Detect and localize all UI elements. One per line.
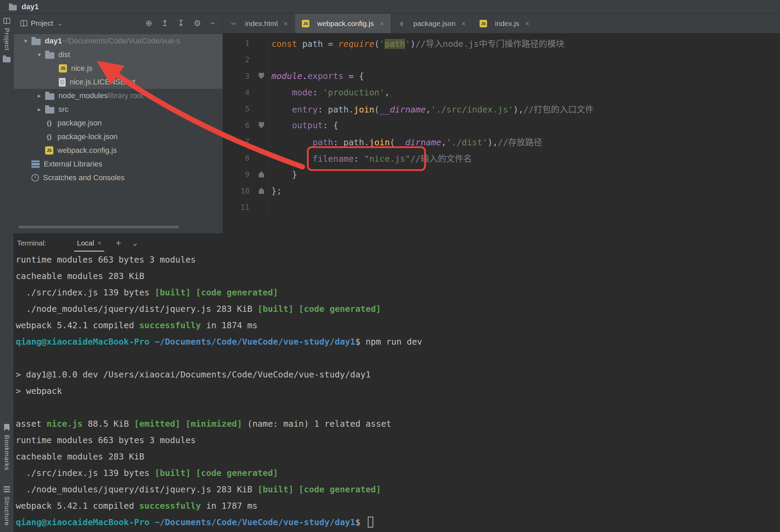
code-editor[interactable]: 1const path = require('path')//导入node.js… <box>223 34 780 233</box>
terminal-token: runtime modules 663 bytes 3 modules <box>16 435 196 445</box>
terminal-line: ./node_modules/jquery/dist/jquery.js 283… <box>16 484 780 501</box>
terminal-token: > day1@1.0.0 dev /Users/xiaocai/Document… <box>16 370 371 380</box>
terminal-token: ./node_modules/jquery/dist/jquery.js 283… <box>16 304 257 314</box>
fold-end-icon[interactable] <box>259 188 264 194</box>
terminal-dropdown-chevron-icon[interactable]: ⌄ <box>132 238 138 248</box>
line-number: 2 <box>223 55 254 64</box>
folder-icon <box>45 93 54 100</box>
tab-index.js[interactable]: JSindex.js× <box>473 14 536 33</box>
bookmarks-tool-button[interactable]: Bookmarks <box>3 424 11 470</box>
tree-item-nice.js[interactable]: JSnice.js <box>14 62 223 75</box>
code-token: = { <box>344 71 364 81</box>
project-tool-label: Project <box>3 28 11 51</box>
settings-gear-icon[interactable]: ⚙ <box>193 19 201 27</box>
project-tool-button[interactable]: Project <box>2 18 11 63</box>
tree-item-node_modules[interactable]: ▸node_modules library root <box>14 89 223 103</box>
tree-item-webpack.config.js[interactable]: JSwebpack.config.js <box>14 144 223 157</box>
fold-open-icon[interactable] <box>259 122 264 128</box>
code-token: join <box>354 105 374 115</box>
terminal-tab-local[interactable]: Local × <box>74 235 104 252</box>
terminal-token: cacheable modules 283 KiB <box>16 452 144 462</box>
tree-item-Scratches and Consoles[interactable]: Scratches and Consoles <box>14 171 223 185</box>
tab-webpack.config.js[interactable]: JSwebpack.config.js× <box>295 14 391 33</box>
json-file-icon: {} <box>398 20 405 27</box>
chevron-down-icon[interactable]: ▾ <box>33 51 45 58</box>
close-tab-icon[interactable]: × <box>525 19 529 28</box>
code-token: : <box>333 137 344 147</box>
code-line-9[interactable]: 9 } <box>223 166 780 183</box>
new-terminal-session-icon[interactable]: + <box>116 238 121 249</box>
terminal-token: nice.js <box>46 419 82 429</box>
locate-file-icon[interactable]: ⊕ <box>145 19 152 27</box>
horizontal-scrollbar[interactable] <box>18 226 179 228</box>
code-token: : <box>323 120 333 130</box>
code-text: } <box>269 170 297 179</box>
code-text: module.exports = { <box>269 71 364 81</box>
tree-item-package-lock.json[interactable]: {}package-lock.json <box>14 130 223 144</box>
code-line-11[interactable]: 11 <box>223 199 780 215</box>
tab-package.json[interactable]: {}package.json× <box>391 14 473 33</box>
code-token: : <box>318 105 328 115</box>
tree-item-label: dist <box>58 50 70 59</box>
code-token: './dist' <box>446 137 487 147</box>
tree-item-day1[interactable]: ▾day1 ~/Documents/Code/VueCode/vue-s <box>14 34 223 48</box>
hide-panel-icon[interactable]: − <box>210 19 215 27</box>
code-line-6[interactable]: 6 output: { <box>223 117 780 133</box>
terminal-token: 88.5 KiB <box>83 419 134 429</box>
project-tree: ▾day1 ~/Documents/Code/VueCode/vue-s▾dis… <box>14 33 223 185</box>
structure-tool-button[interactable]: Structure <box>3 486 11 526</box>
project-panel-header: Project ⌄ ⊕↥↧⚙− <box>14 14 223 33</box>
fold-end-icon[interactable] <box>259 171 264 177</box>
code-token: : <box>354 154 364 164</box>
code-token <box>271 120 292 130</box>
terminal-token <box>191 468 196 478</box>
close-tab-icon[interactable]: × <box>461 19 466 28</box>
tree-item-dist[interactable]: ▾dist <box>14 48 223 62</box>
tree-item-label: day1 <box>45 37 62 45</box>
line-number: 4 <box>223 88 254 97</box>
code-token: ( <box>374 39 379 49</box>
tree-item-nice.js.LICENSE.txt[interactable]: nice.js.LICENSE.txt <box>14 75 223 89</box>
terminal-output[interactable]: runtime modules 663 bytes 3 modulescache… <box>14 253 780 532</box>
line-number: 8 <box>223 154 254 162</box>
close-tab-icon[interactable]: × <box>284 19 288 28</box>
code-line-4[interactable]: 4 mode: 'production', <box>223 84 780 101</box>
code-line-5[interactable]: 5 entry: path.join(__dirname,'./src/inde… <box>223 101 780 117</box>
tree-item-label: nice.js <box>71 64 92 73</box>
project-view-title[interactable]: Project <box>31 19 53 27</box>
tree-item-package.json[interactable]: {}package.json <box>14 116 223 130</box>
terminal-token: ./src/index.js 139 bytes <box>16 288 154 297</box>
terminal-line: cacheable modules 283 KiB <box>16 271 780 288</box>
chevron-right-icon[interactable]: ▸ <box>33 106 45 113</box>
terminal-token: successfully <box>139 501 201 511</box>
close-terminal-tab-icon[interactable]: × <box>97 239 101 247</box>
tree-item-src[interactable]: ▸src <box>14 103 223 116</box>
chevron-right-icon[interactable]: ▸ <box>33 92 45 99</box>
code-token: __dirname <box>379 105 426 115</box>
chevron-down-icon[interactable]: ⌄ <box>57 19 62 27</box>
fold-open-icon[interactable] <box>259 73 264 79</box>
collapse-all-icon[interactable]: ↧ <box>177 19 184 27</box>
code-line-10[interactable]: 10}; <box>223 183 780 199</box>
code-line-3[interactable]: 3module.exports = { <box>223 68 780 84</box>
terminal-line <box>16 402 780 419</box>
tree-item-External Libraries[interactable]: External Libraries <box>14 157 223 171</box>
line-number: 5 <box>223 105 254 113</box>
terminal-token: ~/Documents/Code/VueCode/vue-study/day1 <box>154 337 355 347</box>
terminal-token: in 1874 ms <box>201 320 258 330</box>
close-tab-icon[interactable]: × <box>380 19 384 28</box>
code-token: path = <box>302 39 338 49</box>
chevron-down-icon[interactable]: ▾ <box>20 37 31 45</box>
code-token: //存放路径 <box>498 137 542 147</box>
code-line-8[interactable]: 8 filename: "nice.js"//输入的文件名 <box>223 150 780 166</box>
code-token: 'production' <box>323 88 385 97</box>
project-panel: Project ⌄ ⊕↥↧⚙− ▾day1 ~/Documents/Code/V… <box>14 14 223 233</box>
tab-index.html[interactable]: <>index.html× <box>223 14 295 33</box>
terminal-token: [code generated] <box>196 468 278 478</box>
code-text: entry: path.join(__dirname,'./src/index.… <box>269 103 594 115</box>
tree-item-label: Scratches and Consoles <box>43 173 124 182</box>
code-line-2[interactable]: 2 <box>223 51 780 68</box>
expand-all-icon[interactable]: ↥ <box>161 19 168 27</box>
code-line-7[interactable]: 7 path: path.join(__dirname,'./dist'),//… <box>223 133 780 150</box>
code-line-1[interactable]: 1const path = require('path')//导入node.js… <box>223 35 780 51</box>
